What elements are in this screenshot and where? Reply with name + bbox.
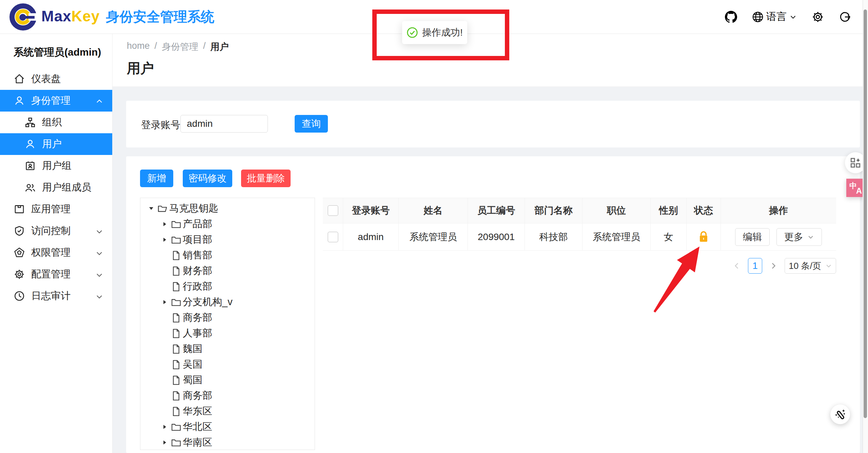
- sidebar-item-usergroup[interactable]: 用户组: [0, 155, 112, 177]
- sidebar-item-identity[interactable]: 身份管理: [0, 90, 112, 112]
- column-header-account: 登录账号: [343, 198, 399, 223]
- translate-a-glyph: A: [856, 186, 862, 196]
- sidebar-item-audit[interactable]: 日志审计: [0, 285, 112, 307]
- page-size-select[interactable]: 10 条/页: [785, 258, 836, 274]
- language-switcher[interactable]: 语言: [752, 10, 797, 24]
- maxkey-logo-icon[interactable]: [9, 3, 37, 31]
- magic-wand-button[interactable]: [830, 405, 850, 424]
- chevron-down-icon: [825, 262, 832, 269]
- translate-button[interactable]: 中 A: [846, 179, 865, 197]
- folder-open-icon: [157, 203, 168, 214]
- folder-icon: [171, 297, 182, 308]
- chevron-up-icon: [95, 97, 103, 105]
- current-user-label: 系统管理员(admin): [0, 34, 112, 68]
- tree-node[interactable]: 销售部: [140, 248, 315, 263]
- caret-down-icon[interactable]: [145, 205, 157, 212]
- select-all-checkbox[interactable]: [328, 205, 338, 216]
- next-page-icon[interactable]: [769, 261, 778, 270]
- tree-node[interactable]: 商务部: [140, 310, 315, 326]
- pagination: 1 10 条/页: [732, 258, 836, 274]
- page-title: 用户: [127, 59, 868, 78]
- chevron-down-icon: [95, 271, 103, 279]
- lock-status-icon[interactable]: [697, 231, 710, 243]
- sidebar: 系统管理员(admin) 仪表盘 身份管理 组织 用户 用户组: [0, 34, 113, 453]
- sidebar-item-label: 应用管理: [31, 202, 71, 216]
- sidebar-item-label: 用户组成员: [42, 181, 91, 194]
- caret-right-icon[interactable]: [159, 424, 171, 430]
- add-button[interactable]: 新增: [140, 170, 173, 187]
- file-icon: [171, 375, 182, 386]
- edit-button[interactable]: 编辑: [735, 228, 770, 246]
- sidebar-item-app[interactable]: 应用管理: [0, 198, 112, 220]
- tree-node[interactable]: 魏国: [140, 341, 315, 357]
- tree-node[interactable]: 行政部: [140, 279, 315, 294]
- clock-icon: [14, 290, 25, 302]
- sidebar-item-label: 访问控制: [31, 224, 71, 238]
- tree-node[interactable]: 蜀国: [140, 372, 315, 388]
- tree-node[interactable]: 商务部: [140, 388, 315, 403]
- prev-page-icon[interactable]: [732, 261, 741, 270]
- file-icon: [171, 281, 182, 292]
- tree-node[interactable]: 财务部: [140, 263, 315, 279]
- gear-icon: [14, 269, 25, 280]
- column-header-name: 姓名: [399, 198, 468, 223]
- globe-icon: [752, 11, 764, 23]
- sidebar-item-usergroup-member[interactable]: 用户组成员: [0, 177, 112, 198]
- tree-node[interactable]: 人事部: [140, 326, 315, 341]
- caret-right-icon[interactable]: [159, 439, 171, 446]
- github-icon[interactable]: [725, 11, 737, 23]
- sidebar-item-user[interactable]: 用户: [0, 133, 112, 155]
- tree-node[interactable]: 华东区: [140, 403, 315, 419]
- tree-node-label: 蜀国: [183, 373, 202, 387]
- settings-gear-icon[interactable]: [812, 11, 824, 23]
- sidebar-item-dashboard[interactable]: 仪表盘: [0, 68, 112, 90]
- tree-node-label: 华北区: [183, 420, 212, 434]
- tree-node-label: 马克思钥匙: [169, 202, 218, 215]
- tree-node[interactable]: 华北区: [140, 419, 315, 435]
- cell-name: 系统管理员: [399, 223, 468, 251]
- breadcrumb-current: 用户: [211, 41, 229, 53]
- query-button[interactable]: 查询: [295, 115, 328, 133]
- tree-node[interactable]: 项目部: [140, 232, 315, 248]
- breadcrumb: home / 身份管理 / 用户: [127, 41, 868, 53]
- batch-delete-button[interactable]: 批量删除: [241, 170, 291, 187]
- chevron-down-icon: [789, 13, 797, 21]
- browser-scrollbar[interactable]: [863, 0, 868, 453]
- sidebar-item-config[interactable]: 配置管理: [0, 263, 112, 285]
- tree-node-label: 吴国: [183, 358, 202, 371]
- breadcrumb-identity[interactable]: 身份管理: [162, 41, 198, 53]
- file-icon: [171, 265, 182, 277]
- logout-icon[interactable]: [839, 11, 851, 23]
- table-header-row: 登录账号 姓名 员工编号 部门名称 职位 性别 状态 操作: [323, 198, 836, 223]
- caret-right-icon[interactable]: [159, 221, 171, 228]
- chevron-down-icon: [95, 293, 103, 301]
- sidebar-item-label: 组织: [42, 116, 62, 129]
- scrollbar-thumb[interactable]: [864, 9, 867, 418]
- breadcrumb-separator: /: [155, 41, 157, 53]
- file-icon: [171, 343, 182, 355]
- login-account-input[interactable]: [180, 115, 268, 133]
- shield-check-icon: [14, 225, 25, 237]
- tree-node[interactable]: 华南区: [140, 435, 315, 450]
- tree-node-root[interactable]: 马克思钥匙: [140, 201, 315, 216]
- row-checkbox[interactable]: [328, 232, 338, 242]
- pentagon-safety-icon: [14, 247, 25, 258]
- more-button[interactable]: 更多: [776, 228, 822, 246]
- caret-right-icon[interactable]: [159, 236, 171, 243]
- page-number-button[interactable]: 1: [748, 258, 762, 274]
- tree-node[interactable]: 产品部: [140, 216, 315, 232]
- column-header-department: 部门名称: [525, 198, 583, 223]
- folder-icon: [171, 437, 182, 448]
- sidebar-item-access[interactable]: 访问控制: [0, 220, 112, 242]
- check-circle-icon: [407, 27, 418, 38]
- folder-icon: [171, 421, 182, 433]
- sidebar-item-permission[interactable]: 权限管理: [0, 242, 112, 263]
- change-password-button[interactable]: 密码修改: [183, 170, 232, 187]
- tree-node-label: 财务部: [183, 264, 212, 278]
- tree-node[interactable]: 分支机构_v: [140, 294, 315, 310]
- caret-right-icon[interactable]: [159, 299, 171, 306]
- sidebar-item-org[interactable]: 组织: [0, 112, 112, 133]
- breadcrumb-home[interactable]: home: [127, 41, 150, 53]
- tree-node[interactable]: 吴国: [140, 357, 315, 372]
- brand-key: Key: [72, 8, 100, 25]
